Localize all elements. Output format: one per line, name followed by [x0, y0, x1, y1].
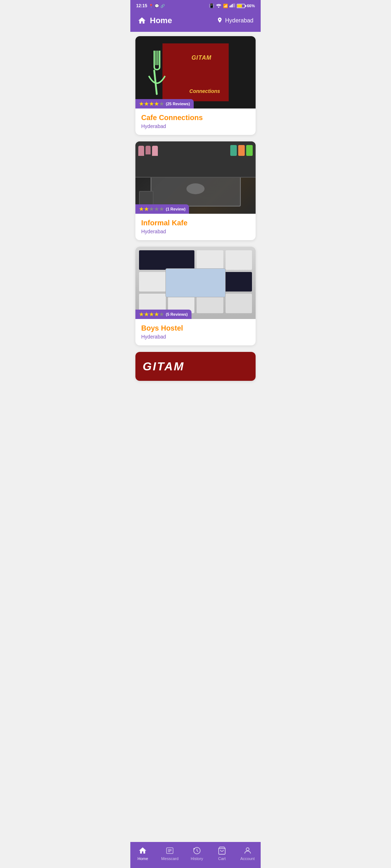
- time: 12:15: [136, 3, 147, 8]
- svg-rect-5: [234, 3, 235, 7]
- informal-kafe-image: ★ ★ ★ ★ ★ (1 Review): [135, 141, 256, 214]
- star-3: ★: [149, 311, 154, 317]
- restaurant-card-partial[interactable]: GITAM: [135, 352, 256, 381]
- star-3: ★: [149, 101, 154, 107]
- restaurant-card-informal-kafe[interactable]: ★ ★ ★ ★ ★ (1 Review) Informal Kafe Hyder…: [135, 141, 256, 240]
- status-indicators: 📳 📶 66%: [209, 3, 255, 9]
- status-time: 12:15 📍 💬 🔗: [136, 3, 165, 8]
- informal-kafe-name: Informal Kafe: [141, 219, 250, 227]
- svg-rect-8: [237, 4, 242, 7]
- star-2: ★: [144, 101, 149, 107]
- star-2: ★: [144, 311, 149, 317]
- gitam-fork: [147, 47, 169, 98]
- boys-hostel-location: Hyderabad: [141, 334, 250, 340]
- review-count-informal: (1 Review): [166, 207, 185, 211]
- connections-text: Connections: [189, 88, 220, 94]
- boys-hostel-image: ★ ★ ★ ★ ★ (5 Reviews): [135, 247, 256, 319]
- boys-hostel-info: Boys Hostel Hyderabad: [135, 319, 256, 345]
- svg-rect-4: [233, 3, 234, 7]
- page-title: Home: [150, 16, 172, 25]
- location-pin-icon: [216, 17, 223, 24]
- gitam-brand-text: GITAM: [192, 55, 211, 61]
- star-5: ★: [159, 101, 164, 107]
- restaurant-list: GITAM Connections ★ ★ ★ ★ ★ (25 Reviews): [130, 32, 261, 410]
- location-icon: 📍: [149, 4, 153, 8]
- status-bar: 12:15 📍 💬 🔗 📳 📶: [130, 0, 261, 12]
- svg-rect-3: [232, 4, 232, 8]
- rating-badge-informal: ★ ★ ★ ★ ★ (1 Review): [135, 204, 189, 214]
- informal-kafe-location: Hyderabad: [141, 229, 250, 234]
- partial-card-image: GITAM: [135, 352, 256, 381]
- header-home: Home: [138, 16, 172, 25]
- cafe-connections-name: Cafe Connections: [141, 114, 250, 122]
- stars-hostel: ★ ★ ★ ★ ★: [139, 311, 164, 317]
- partial-card-text: GITAM: [143, 360, 185, 373]
- msg-icon: 💬: [155, 4, 159, 8]
- rating-badge-hostel: ★ ★ ★ ★ ★ (5 Reviews): [135, 310, 192, 319]
- star-1: ★: [139, 101, 144, 107]
- header-location[interactable]: Hyderabad: [216, 17, 253, 24]
- star-5: ★: [159, 206, 164, 212]
- wifi-icon: [216, 3, 222, 9]
- star-5: ★: [159, 311, 164, 317]
- svg-point-0: [218, 7, 219, 8]
- boys-hostel-name: Boys Hostel: [141, 324, 250, 332]
- location-text: Hyderabad: [225, 17, 253, 24]
- rating-badge-cafe: ★ ★ ★ ★ ★ (25 Reviews): [135, 99, 194, 109]
- header: Home Hyderabad: [130, 12, 261, 32]
- stars-cafe: ★ ★ ★ ★ ★: [139, 101, 164, 107]
- restaurant-card-boys-hostel[interactable]: ★ ★ ★ ★ ★ (5 Reviews) Boys Hostel Hydera…: [135, 247, 256, 345]
- review-count-cafe: (25 Reviews): [166, 102, 190, 106]
- vibrate-icon: 📳: [209, 3, 214, 8]
- cafe-connections-image: GITAM Connections ★ ★ ★ ★ ★ (25 Reviews): [135, 36, 256, 109]
- svg-rect-2: [231, 5, 231, 7]
- star-3: ★: [149, 206, 154, 212]
- svg-rect-1: [230, 5, 230, 7]
- star-1: ★: [139, 206, 144, 212]
- star-4: ★: [154, 311, 159, 317]
- stars-informal: ★ ★ ★ ★ ★: [139, 206, 164, 212]
- restaurant-card-cafe-connections[interactable]: GITAM Connections ★ ★ ★ ★ ★ (25 Reviews): [135, 36, 256, 135]
- star-4: ★: [154, 206, 159, 212]
- star-4: ★: [154, 101, 159, 107]
- review-count-hostel: (5 Reviews): [166, 312, 188, 316]
- cafe-connections-location: Hyderabad: [141, 123, 250, 129]
- link-icon: 🔗: [160, 4, 165, 8]
- informal-kafe-info: Informal Kafe Hyderabad: [135, 214, 256, 240]
- star-2: ★: [144, 206, 149, 212]
- star-1: ★: [139, 311, 144, 317]
- cafe-connections-info: Cafe Connections Hyderabad: [135, 109, 256, 135]
- battery-icon: 66%: [237, 4, 255, 8]
- svg-rect-7: [245, 5, 246, 7]
- call-icon: 📶: [223, 4, 228, 8]
- signal-icon: [230, 3, 235, 9]
- home-icon: [138, 16, 146, 25]
